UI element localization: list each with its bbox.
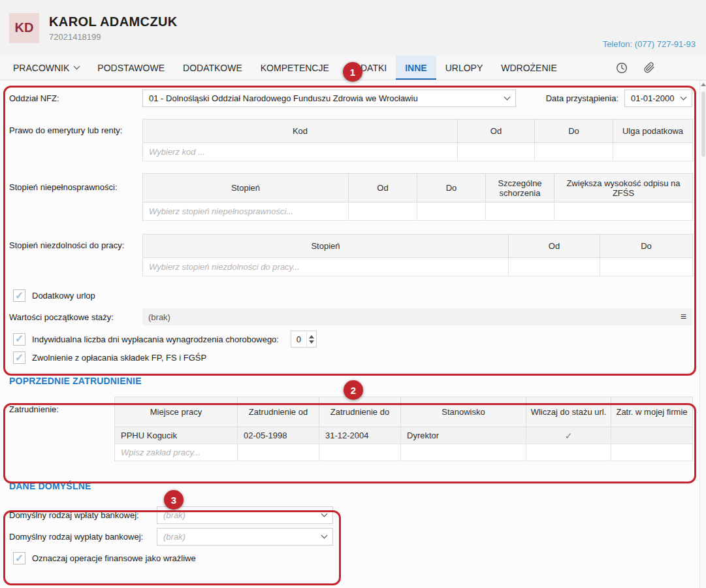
accession-date-value: 01-01-2000 — [631, 93, 675, 103]
fp-exemption-row: ✓ Zwolnienie z opłacania składek FP, FS … — [0, 351, 706, 364]
seniority-label: Wartości początkowe staży: — [9, 312, 142, 322]
check-icon: ✓ — [565, 431, 573, 441]
spinner-down-icon[interactable] — [309, 340, 314, 344]
column-header: Od — [458, 120, 535, 143]
new-workplace-input[interactable] — [115, 444, 237, 461]
column-header: Do — [417, 174, 486, 203]
pension-od-cell[interactable] — [458, 143, 535, 161]
check-icon: ✓ — [15, 353, 24, 363]
employment-from-cell[interactable]: 02-05-1998 — [238, 427, 319, 444]
seniority-value: (brak) — [148, 312, 170, 322]
disability-schorzenia-cell[interactable] — [486, 203, 554, 221]
tab-podatki[interactable]: PODATKI — [338, 56, 396, 80]
history-clock-icon[interactable] — [615, 61, 628, 74]
scrollbar-thumb[interactable] — [701, 91, 705, 157]
deposit-type-row: Domyślny rodzaj wpłaty bankowej: (brak) — [0, 506, 706, 524]
withdrawal-type-value: (brak) — [163, 532, 185, 542]
new-own-company-cell[interactable] — [611, 444, 693, 461]
new-from-cell[interactable] — [238, 444, 319, 461]
incapacity-od-cell[interactable] — [509, 258, 600, 276]
employee-id-number: 72021418199 — [49, 32, 178, 42]
incapacity-do-cell[interactable] — [600, 258, 693, 276]
paperclip-icon[interactable] — [643, 61, 655, 74]
nfz-row: Oddział NFZ: 01 - Dolnośląski Oddział Na… — [0, 90, 706, 107]
chevron-down-icon — [74, 63, 80, 70]
employment-own-company-cell[interactable] — [611, 427, 693, 444]
check-icon: ✓ — [15, 553, 24, 564]
disability-od-cell[interactable] — [349, 203, 417, 221]
incapacity-label: Stopień niezdolności do pracy: — [9, 234, 142, 250]
column-header: Szczególne schorzenia — [486, 174, 554, 203]
disability-do-cell[interactable] — [417, 203, 486, 221]
sick-days-spinner[interactable]: 0 — [291, 331, 317, 348]
incapacity-degree-cell — [143, 258, 509, 276]
withdrawal-type-label: Domyślny rodzaj wypłaty bankowej: — [9, 532, 157, 542]
pension-do-cell[interactable] — [535, 143, 613, 161]
tab-inne[interactable]: INNE — [396, 56, 436, 80]
chevron-down-icon — [681, 94, 687, 101]
deposit-type-select[interactable]: (brak) — [157, 506, 333, 524]
employment-include-seniority-cell[interactable]: ✓ — [526, 427, 611, 444]
new-position-cell[interactable] — [401, 444, 526, 461]
tab-urlopy[interactable]: URLOPY — [436, 56, 492, 80]
nfz-label: Oddział NFZ: — [9, 93, 142, 103]
accession-date-select[interactable]: 01-01-2000 — [624, 90, 692, 107]
tab-bar: PRACOWNIK PODSTAWOWE DODATKOWE KOMPETENC… — [0, 56, 706, 80]
pension-rights-row: Prawo do emerytury lub renty: Kod Od Do … — [0, 119, 706, 161]
inne-tab-panel: Oddział NFZ: 01 - Dolnośląski Oddział Na… — [0, 80, 706, 564]
avatar: KD — [9, 13, 39, 43]
vertical-scrollbar[interactable] — [699, 80, 706, 588]
seniority-field[interactable]: (brak) ≡ — [142, 308, 692, 325]
previous-employment-title: POPRZEDNIE ZATRUDNIENIE — [0, 376, 706, 386]
tab-dodatkowe[interactable]: DODATKOWE — [174, 56, 251, 80]
disability-zfss-cell[interactable] — [554, 203, 693, 221]
column-header: Do — [600, 235, 693, 258]
pension-code-input[interactable] — [143, 143, 457, 161]
spinner-arrows[interactable] — [306, 331, 316, 347]
employment-position-cell[interactable]: Dyrektor — [401, 427, 526, 444]
disability-row: Stopień niepełnosprawności: Stopień Od D… — [0, 173, 706, 221]
withdrawal-type-select[interactable]: (brak) — [157, 528, 333, 546]
tab-podstawowe[interactable]: PODSTAWOWE — [88, 56, 174, 80]
pension-ulga-cell[interactable] — [613, 143, 693, 161]
extra-leave-row: ✓ Dodatkowy urlop — [0, 289, 706, 302]
new-include-seniority-cell[interactable] — [526, 444, 611, 461]
fp-exemption-checkbox[interactable]: ✓ — [13, 351, 25, 364]
column-header: Miejsce pracy — [115, 397, 238, 427]
employee-phone: Telefon: (077) 727-91-93 — [603, 39, 696, 56]
default-data-title: DANE DOMYŚLNE — [0, 481, 706, 491]
new-to-cell[interactable] — [319, 444, 401, 461]
sick-days-checkbox[interactable]: ✓ — [13, 333, 25, 346]
spinner-up-icon[interactable] — [309, 335, 314, 338]
disability-degree-input[interactable] — [143, 203, 348, 220]
column-header: Kod — [143, 120, 458, 143]
menu-icon[interactable]: ≡ — [681, 312, 686, 322]
new-workplace-cell — [115, 444, 238, 461]
column-header: Od — [509, 235, 600, 258]
accession-date-label: Data przystąpienia: — [546, 93, 624, 103]
employee-identity: KAROL ADAMCZUK 72021418199 — [49, 14, 178, 42]
column-header: Stopień — [143, 174, 349, 203]
nfz-branch-select[interactable]: 01 - Dolnośląski Oddział Narodowego Fund… — [142, 90, 516, 107]
sick-days-label: Indywidualna liczba dni wypłacania wynag… — [32, 335, 279, 344]
sensitive-operations-checkbox[interactable]: ✓ — [13, 552, 25, 564]
employment-to-cell[interactable]: 31-12-2004 — [319, 427, 401, 444]
scroll-up-arrow-icon[interactable] — [701, 83, 706, 86]
check-icon: ✓ — [15, 291, 24, 301]
column-header: Wliczaj do stażu url. — [526, 397, 611, 427]
tab-wdrozenie[interactable]: WDROŻENIE — [492, 56, 566, 80]
column-header: Zwiększa wysokość odpisu na ZFŚS — [554, 174, 693, 203]
extra-leave-checkbox[interactable]: ✓ — [13, 289, 25, 302]
sensitive-operations-label: Oznaczaj operacje finansowe jako wrażliw… — [32, 553, 196, 563]
employee-menu[interactable]: PRACOWNIK — [4, 56, 88, 80]
employment-row: Zatrudnienie: Miejsce pracy Zatrudnienie… — [0, 397, 706, 461]
pension-rights-table: Kod Od Do Ulga podatkowa — [142, 119, 693, 161]
tab-kompetencje[interactable]: KOMPETENCJE — [251, 56, 338, 80]
incapacity-degree-input[interactable] — [143, 258, 508, 276]
fp-exemption-label: Zwolnienie z opłacania składek FP, FS i … — [32, 353, 206, 363]
column-header: Od — [349, 174, 417, 203]
column-header: Do — [535, 120, 613, 143]
nfz-branch-value: 01 - Dolnośląski Oddział Narodowego Fund… — [149, 93, 418, 103]
column-header: Stanowisko — [401, 397, 526, 427]
employment-workplace-cell[interactable]: PPHU Kogucik — [115, 427, 238, 444]
